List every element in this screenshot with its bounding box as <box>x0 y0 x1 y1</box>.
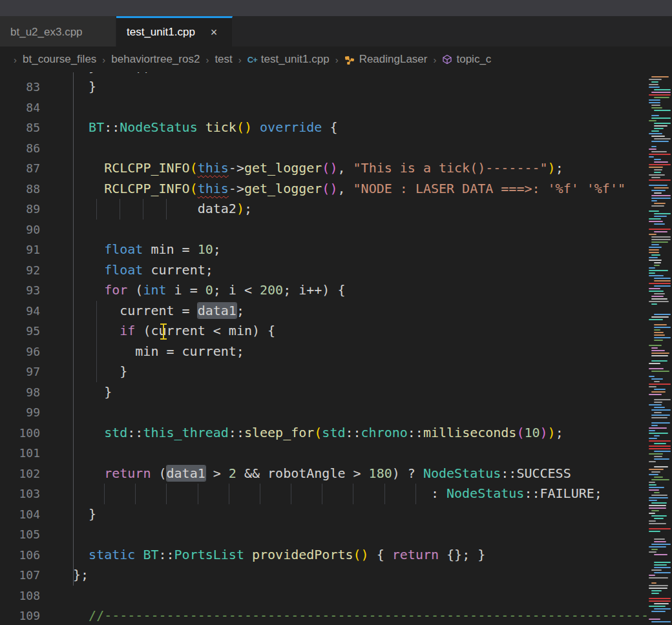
minimap-line <box>651 621 671 622</box>
breadcrumb-item-topic_c[interactable]: topic_c <box>442 53 491 66</box>
minimap-line <box>651 611 666 612</box>
line-number: 99 <box>0 402 40 423</box>
line-number: 101 <box>0 443 40 464</box>
code-line-95[interactable]: 95 if (current < min) { <box>0 321 672 342</box>
code-line-109[interactable]: 109 //----------------------------------… <box>0 606 672 625</box>
code-line-89[interactable]: 89 data2); <box>0 199 672 220</box>
minimap-line <box>651 350 665 351</box>
code-line-87[interactable]: 87 RCLCPP_INFO(this->get_logger(), "This… <box>0 158 672 179</box>
minimap-line <box>654 192 662 194</box>
close-icon[interactable]: × <box>211 26 218 38</box>
code-line-104[interactable]: 104 } <box>0 504 672 525</box>
minimap-line <box>654 293 665 294</box>
minimap-line <box>649 120 656 121</box>
minimap-line <box>651 415 670 416</box>
minimap-line <box>649 588 667 589</box>
minimap-line <box>654 541 666 542</box>
code-line-101[interactable]: 101 <box>0 443 672 464</box>
minimap[interactable] <box>647 72 672 625</box>
minimap-line <box>654 340 663 341</box>
minimap-line <box>651 355 668 356</box>
minimap-line <box>654 456 662 457</box>
tab-test_unit1.cpp[interactable]: test_unit1.cpp× <box>116 16 233 46</box>
minimap-line <box>654 280 671 282</box>
code-line-106[interactable]: 106 static BT::PortsList providedPorts()… <box>0 545 672 566</box>
tab-bt_u2_ex3.cpp[interactable]: bt_u2_ex3.cpp <box>0 16 116 46</box>
minimap-line <box>651 347 658 349</box>
minimap-line <box>654 125 667 127</box>
minimap-line <box>654 466 668 467</box>
minimap-line <box>649 619 660 620</box>
code-line-94[interactable]: 94 current = data1; <box>0 301 672 322</box>
minimap-line <box>651 502 667 504</box>
code-line-90[interactable]: 90 <box>0 220 672 240</box>
minimap-line <box>654 476 663 478</box>
code-line-92[interactable]: 92 float current; <box>0 260 672 281</box>
minimap-line <box>654 337 671 338</box>
line-number: 98 <box>0 382 40 403</box>
minimap-line <box>654 572 671 573</box>
breadcrumb-item-behaviortree_ros2[interactable]: behaviortree_ros2 <box>111 53 200 66</box>
code-line-103[interactable]: 103 : NodeStatus::FAILURE; <box>0 484 672 504</box>
minimap-line <box>649 218 661 220</box>
code-line-105[interactable]: 105 <box>0 524 672 545</box>
minimap-line <box>651 136 665 137</box>
minimap-line <box>651 195 671 196</box>
minimap-line <box>654 97 669 98</box>
minimap-line <box>649 585 668 586</box>
breadcrumb-item-bt_course_files[interactable]: bt_course_files <box>23 53 96 66</box>
code-line-108[interactable]: 108 <box>0 586 672 606</box>
minimap-line <box>649 461 656 462</box>
line-number: 83 <box>0 77 40 97</box>
minimap-line <box>651 590 662 591</box>
code-line-96[interactable]: 96 min = current; <box>0 342 672 362</box>
line-number: 85 <box>0 118 40 138</box>
minimap-line <box>651 425 658 426</box>
breadcrumb-item-test[interactable]: test <box>215 53 232 66</box>
minimap-line <box>651 409 671 411</box>
line-number: 106 <box>0 545 40 566</box>
minimap-line <box>651 582 656 584</box>
minimap-line <box>649 606 666 607</box>
minimap-line <box>649 291 664 292</box>
code-line-91[interactable]: 91 float min = 10; <box>0 240 672 260</box>
title-bar <box>0 0 672 16</box>
minimap-line <box>649 523 666 524</box>
minimap-line <box>654 412 662 413</box>
minimap-line <box>649 497 668 498</box>
minimap-line <box>649 260 662 261</box>
code-line-83[interactable]: 83 } <box>0 77 672 97</box>
minimap-line <box>654 216 667 217</box>
code-line-85[interactable]: 85 BT::NodeStatus tick() override { <box>0 118 672 138</box>
code-line-98[interactable]: 98 } <box>0 382 672 403</box>
code-line-88[interactable]: 88 RCLCPP_INFO(this->get_logger(), "NODE… <box>0 179 672 200</box>
breadcrumb-item-ReadingLaser[interactable]: ReadingLaser <box>344 53 428 66</box>
minimap-line <box>651 479 669 480</box>
code-text: std::this_thread::sleep_for(std::chrono:… <box>73 423 563 444</box>
indent-guide <box>73 524 74 545</box>
code-text: : NodeStatus::FAILURE; <box>73 484 602 504</box>
line-number: 92 <box>0 260 40 281</box>
minimap-line <box>649 427 667 429</box>
code-line-107[interactable]: 107}; <box>0 565 672 586</box>
minimap-line <box>651 544 671 545</box>
code-line-99[interactable]: 99 <box>0 402 672 423</box>
breadcrumb-item-test_unit1.cpp[interactable]: C+test_unit1.cpp <box>247 53 330 66</box>
code-line-100[interactable]: 100 std::this_thread::sleep_for(std::chr… <box>0 423 672 444</box>
minimap-line <box>651 115 659 116</box>
code-line-86[interactable]: 86 <box>0 138 672 159</box>
line-number: 90 <box>0 220 40 240</box>
minimap-line <box>649 185 667 186</box>
minimap-line <box>649 600 671 602</box>
minimap-line <box>649 210 659 212</box>
code-text: for (int i = 0; i < 200; i++) { <box>73 280 345 301</box>
code-line-93[interactable]: 93 for (int i = 0; i < 200; i++) { <box>0 280 672 301</box>
code-line-84[interactable]: 84 <box>0 97 672 118</box>
minimap-line <box>649 270 668 271</box>
line-number: 86 <box>0 138 40 159</box>
code-line-97[interactable]: 97 } <box>0 362 672 382</box>
code-editor[interactable]: } ;; . -83 }8485 BT::NodeStatus tick() o… <box>0 72 672 625</box>
code-line[interactable]: } ;; . - <box>0 72 672 77</box>
code-line-102[interactable]: 102 return (data1 > 2 && robotAngle > 18… <box>0 464 672 484</box>
minimap-line <box>649 167 663 168</box>
